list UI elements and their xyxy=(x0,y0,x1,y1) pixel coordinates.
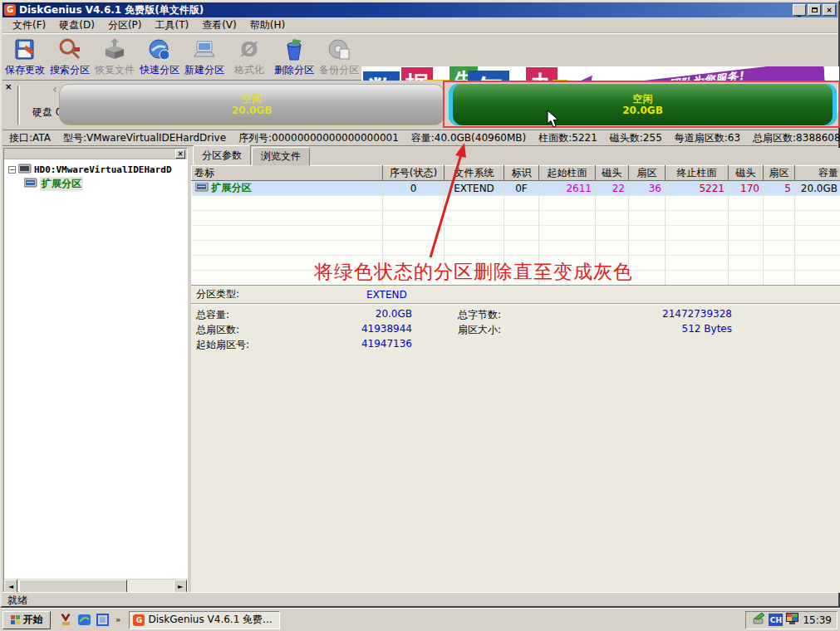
backup-partition-icon xyxy=(327,37,351,62)
partition-detail-panel: 分区参数 浏览文件 卷标 序号(状态) 文件系统 标识 起始柱面 磁头 扇区 终… xyxy=(191,148,840,593)
tab-bar: 分区参数 浏览文件 xyxy=(191,148,840,165)
tree-panel-header: × xyxy=(4,149,187,159)
tree-horizontal-scrollbar[interactable]: ◄ ► xyxy=(4,579,187,592)
scroll-left-icon[interactable]: ◄ xyxy=(4,580,17,593)
menu-tools[interactable]: 工具(T) xyxy=(148,17,195,34)
start-label: 开始 xyxy=(23,613,43,627)
window-title: DiskGenius V4.6.1 免费版(单文件版) xyxy=(19,3,791,17)
new-partition-button[interactable]: 新建分区 xyxy=(182,34,227,80)
table-row-extended-partition[interactable]: 扩展分区 0 EXTEND 0F 2611 22 36 5221 170 5 2… xyxy=(192,181,840,196)
language-indicator[interactable]: CH xyxy=(769,614,783,626)
app-icon: G xyxy=(4,4,16,16)
partition-details-section: 分区类型: EXTEND 总容量: 20.0GB 总字节数: 214727393… xyxy=(191,285,840,593)
cell-start-cylinder: 2611 xyxy=(539,181,596,196)
toolbar-label: 备份分区 xyxy=(319,63,359,77)
toolbar-label: 删除分区 xyxy=(274,63,314,77)
tab-partition-parameters[interactable]: 分区参数 xyxy=(193,145,251,165)
tab-browse-files[interactable]: 浏览文件 xyxy=(252,147,310,166)
quick-partition-icon xyxy=(147,37,172,62)
partition-tree-panel: × − HD0:VMwareVirtualIDEHardD 扩展分区 ◄ ► xyxy=(3,148,188,593)
save-changes-button[interactable]: 保存更改 xyxy=(2,34,47,80)
cell-end-head: 170 xyxy=(729,181,764,196)
col-capacity[interactable]: 容量 xyxy=(795,166,840,181)
col-volume-label[interactable]: 卷标 xyxy=(192,166,383,181)
quick-launch-icon-2[interactable] xyxy=(77,613,91,627)
scrollbar-track[interactable] xyxy=(127,580,174,592)
collapse-icon[interactable]: − xyxy=(8,166,16,174)
titlebar[interactable]: G DiskGenius V4.6.1 免费版(单文件版) _ × xyxy=(2,2,838,17)
disk-info-line: 接口:ATA 型号:VMwareVirtualIDEHardDrive 序列号:… xyxy=(2,131,838,146)
col-end-cylinder[interactable]: 终止柱面 xyxy=(666,166,729,181)
display-settings-icon[interactable] xyxy=(785,612,800,628)
restore-button[interactable] xyxy=(808,4,821,16)
recover-files-icon xyxy=(102,37,127,62)
annotation-text: 将绿色状态的分区删除直至变成灰色 xyxy=(314,259,633,285)
quick-partition-button[interactable]: 快速分区 xyxy=(137,34,182,80)
restore-icon xyxy=(812,7,818,12)
cell-volume-label: 扩展分区 xyxy=(212,181,252,195)
col-end-sector[interactable]: 扇区 xyxy=(764,166,795,181)
search-partition-button[interactable]: 搜索分区 xyxy=(47,34,92,80)
delete-partition-button[interactable]: 删除分区 xyxy=(272,34,317,80)
minimize-icon: _ xyxy=(798,9,802,17)
col-filesystem[interactable]: 文件系统 xyxy=(445,166,504,181)
quick-launch-overflow-icon[interactable]: » xyxy=(115,615,120,624)
col-start-head[interactable]: 磁头 xyxy=(596,166,629,181)
quick-launch-icon-3[interactable] xyxy=(96,613,110,627)
cell-index-status: 0 xyxy=(383,181,445,196)
tree-item-disk[interactable]: − HD0:VMwareVirtualIDEHardD xyxy=(6,163,185,177)
save-icon xyxy=(12,37,37,62)
disk-label: 硬盘 0 xyxy=(32,105,61,120)
toolbar-label: 格式化 xyxy=(234,63,264,77)
diskgenius-icon: G xyxy=(133,614,145,626)
col-end-head[interactable]: 磁头 xyxy=(729,166,764,181)
disk-bar-panel: × ‹ › 硬盘 0 空闲 20.0GB 空闲 20.0GB xyxy=(2,81,838,130)
status-bar: 就绪 xyxy=(2,592,838,605)
total-sectors-label: 总扇区数: xyxy=(196,323,312,337)
block-size: 20.0GB xyxy=(232,105,273,116)
partition-type-value: EXTEND xyxy=(366,289,407,301)
cell-start-sector: 36 xyxy=(629,181,666,196)
cell-end-cylinder: 5221 xyxy=(666,181,729,196)
panel-close-icon[interactable]: × xyxy=(5,82,12,91)
col-id[interactable]: 标识 xyxy=(504,166,539,181)
tree-partition-label: 扩展分区 xyxy=(40,177,83,191)
partition-block-free-green[interactable]: 空闲 20.0GB xyxy=(449,84,837,125)
disk-total-sectors: 总扇区数:83886080 xyxy=(753,131,840,145)
quick-launch: » xyxy=(59,613,120,627)
quick-launch-icon-1[interactable] xyxy=(59,613,73,627)
menu-file[interactable]: 文件(F) xyxy=(6,17,52,34)
menu-view[interactable]: 查看(V) xyxy=(195,17,243,34)
start-button[interactable]: 开始 xyxy=(2,611,51,629)
clock[interactable]: 15:39 xyxy=(803,614,832,626)
menu-disk[interactable]: 硬盘(D) xyxy=(52,17,101,34)
col-start-cylinder[interactable]: 起始柱面 xyxy=(539,166,596,181)
backup-partition-button: 备份分区 xyxy=(317,34,361,80)
status-text: 就绪 xyxy=(7,594,27,606)
close-button[interactable]: × xyxy=(823,4,836,16)
disk-model: 型号:VMwareVirtualIDEHardDrive xyxy=(63,131,226,145)
scrollbar-thumb[interactable] xyxy=(19,580,127,593)
tree-panel-close-button[interactable]: × xyxy=(175,149,185,159)
scroll-right-icon[interactable]: ► xyxy=(174,580,187,593)
minimize-button[interactable]: _ xyxy=(793,4,806,16)
table-header-row: 卷标 序号(状态) 文件系统 标识 起始柱面 磁头 扇区 终止柱面 磁头 扇区 … xyxy=(192,166,840,181)
details-grid: 总容量: 20.0GB 总字节数: 21472739328 总扇区数: 4193… xyxy=(191,305,840,355)
block-title: 空闲 xyxy=(633,93,653,105)
toolbar: 保存更改 搜索分区 恢复文件 快速分区 新建分区 Ø xyxy=(2,33,838,81)
diskgenius-window: G DiskGenius V4.6.1 免费版(单文件版) _ × 文件(F) … xyxy=(0,0,840,608)
safely-remove-icon[interactable] xyxy=(751,612,766,628)
delete-partition-icon xyxy=(282,37,307,62)
col-index-status[interactable]: 序号(状态) xyxy=(383,166,445,181)
partition-block-free-gray[interactable]: 空闲 20.0GB xyxy=(59,84,445,125)
menu-partition[interactable]: 分区(P) xyxy=(101,17,149,34)
toolbar-label: 恢复文件 xyxy=(95,63,135,77)
tree-item-extended-partition[interactable]: 扩展分区 xyxy=(6,177,185,191)
sector-size-label: 扇区大小: xyxy=(458,323,582,337)
cell-id: 0F xyxy=(504,181,539,196)
disk-capacity: 容量:40.0GB(40960MB) xyxy=(411,131,526,145)
toolbar-label: 新建分区 xyxy=(184,63,224,77)
menu-help[interactable]: 帮助(H) xyxy=(243,17,292,34)
taskbar-app-button[interactable]: G DiskGenius V4.6.1 免费... xyxy=(129,611,280,629)
col-start-sector[interactable]: 扇区 xyxy=(629,166,666,181)
